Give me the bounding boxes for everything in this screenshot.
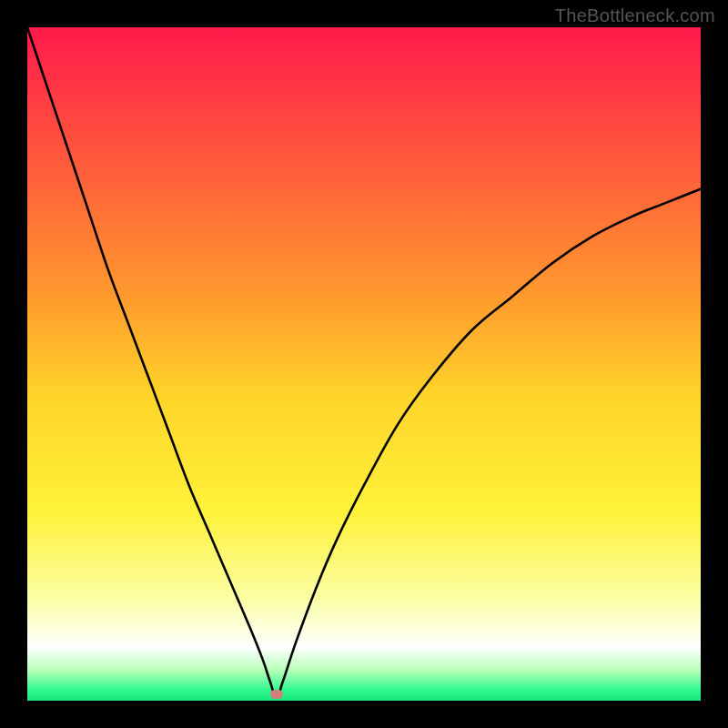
- plot-area: [27, 27, 701, 701]
- plot-svg: [27, 27, 701, 701]
- dip-marker: [270, 690, 283, 699]
- watermark-text: TheBottleneck.com: [555, 5, 715, 26]
- chart-frame: TheBottleneck.com: [0, 0, 728, 728]
- gradient-background: [27, 27, 701, 701]
